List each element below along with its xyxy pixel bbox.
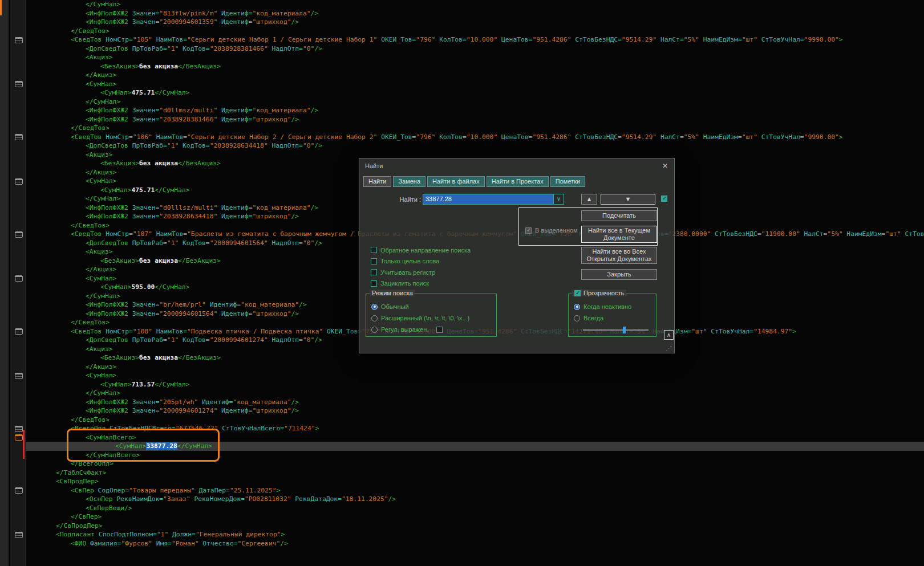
radio-label: Обычный (381, 303, 409, 310)
code-line[interactable]: <Подписант СпосПодтПолном="1" Должн="Ген… (26, 530, 924, 539)
margin-marker-icon[interactable] (15, 532, 23, 538)
margin-marker-icon[interactable] (15, 275, 23, 282)
search-input[interactable]: 33877.28 (423, 194, 553, 204)
checkbox-option[interactable]: Учитывать регистр (371, 267, 471, 278)
close-button[interactable]: Закрыть (581, 269, 657, 280)
in-selection-option[interactable]: В выделенном (525, 227, 578, 234)
radio-button[interactable] (371, 327, 378, 333)
code-line[interactable]: <БезАкциз>без акциза</БезАкциз> (26, 62, 924, 71)
code-token: "711424" (284, 425, 315, 432)
code-line[interactable]: </СвПер> (26, 512, 924, 522)
code-line[interactable]: <Акциз> (26, 53, 924, 62)
radio-button[interactable] (574, 315, 580, 321)
checkbox[interactable] (371, 280, 377, 287)
top-right-checkbox[interactable] (661, 196, 667, 202)
dialog-tab[interactable]: Найти (363, 176, 391, 187)
transparency-slider[interactable] (583, 327, 649, 333)
code-token: КодТов= (179, 239, 209, 247)
code-line[interactable]: </СведТов> (26, 124, 924, 133)
checkbox-option[interactable]: Зациклить поиск (371, 278, 471, 290)
code-line[interactable]: <СумНал> (26, 371, 924, 380)
radio-button[interactable] (371, 315, 378, 321)
code-line[interactable]: <ИнфПолФХЖ2 Значен="d0llmsz/multi" Идент… (26, 106, 924, 115)
margin-marker-icon[interactable] (15, 231, 23, 238)
code-line[interactable]: </Акциз> (26, 363, 924, 372)
code-token: ЦенаТов= (497, 133, 532, 141)
margin-marker-icon[interactable] (15, 487, 23, 494)
find-all-current-button[interactable]: Найти все в Текущем Документе (581, 226, 657, 243)
margin-marker-icon[interactable] (15, 328, 23, 335)
code-line[interactable]: </СведТов> (26, 416, 924, 425)
code-line[interactable]: <СумНал>713.57</СумНал> (26, 380, 924, 389)
code-line[interactable]: <ИнфПолФХЖ2 Значен="813flw/pink/m" Идент… (26, 9, 924, 18)
radio-option[interactable]: Обычный (371, 301, 469, 312)
find-prev-button[interactable]: ▲ (581, 194, 597, 205)
code-line[interactable]: <ИнфПолФХЖ2 Значен="205pt/wh" Идентиф="к… (26, 398, 924, 407)
radio-option[interactable]: Расширенный (\n, \r, \t, \0, \x...) (371, 312, 469, 324)
dot-matches-newline-checkbox[interactable] (436, 327, 443, 333)
bookmark-margin[interactable] (10, 0, 26, 566)
radio-button[interactable] (574, 304, 580, 310)
margin-marker-icon[interactable] (15, 134, 23, 140)
code-line[interactable]: </СумНал> (26, 0, 924, 9)
in-selection-checkbox[interactable] (525, 227, 532, 234)
count-button[interactable]: Подсчитать (581, 210, 657, 221)
find-next-button[interactable]: ▼ (601, 194, 655, 205)
margin-marker-icon[interactable] (15, 434, 23, 441)
checkbox-option[interactable]: Обратное направление поиска (371, 245, 471, 256)
code-line[interactable]: </СвПродПер> (26, 522, 924, 531)
code-line[interactable]: </СведТов> (26, 27, 924, 36)
radio-label: Всегда (583, 315, 603, 321)
radio-option[interactable]: Всегда (574, 312, 631, 324)
search-combobox[interactable]: 33877.28 ∨ (423, 194, 564, 205)
code-line[interactable]: <БезАкциз>без акциза</БезАкциз> (26, 353, 924, 363)
code-line[interactable]: </СумНал> (26, 97, 924, 107)
code-line[interactable]: <СведТов НомСтр="105" НаимТов="Серьги де… (26, 35, 924, 44)
radio-button[interactable] (371, 304, 378, 310)
code-token: "2000994601274" (210, 336, 268, 344)
checkbox-option[interactable]: Только целые слова (371, 256, 471, 267)
dialog-tab[interactable]: Найти в файлах (427, 176, 485, 187)
code-line[interactable]: <СумНал>475.71</СумНал> (26, 88, 924, 97)
find-all-open-button[interactable]: Найти все во Всех Открытых Документах (581, 247, 657, 264)
code-line[interactable]: <ИнфПолФХЖ2 Значен="2000994601274" Идент… (26, 406, 924, 416)
combo-dropdown-button[interactable]: ∨ (553, 194, 564, 204)
radio-option[interactable]: Регул. выражен. (371, 324, 469, 335)
margin-marker-icon[interactable] (15, 426, 23, 432)
code-line[interactable]: <ФИО Фамилия="Фурсов" Имя="Роман" Отчест… (26, 539, 924, 548)
margin-marker-icon[interactable] (15, 81, 23, 87)
close-icon[interactable]: ✕ (660, 161, 670, 170)
checkbox[interactable] (371, 269, 377, 275)
code-line[interactable]: <ИнфПолФХЖ2 Значен="2038928381466" Идент… (26, 115, 924, 124)
code-token: <ИнфПолФХЖ2 (86, 310, 132, 317)
checkbox[interactable] (371, 247, 377, 253)
dialog-tab[interactable]: Найти в Проектах (487, 176, 549, 187)
code-token: </БезАкциз> (178, 63, 221, 70)
resize-grip[interactable]: ⋰ (666, 345, 672, 352)
code-token: "Роман" (172, 540, 199, 547)
code-token: </БезАкциз> (178, 354, 221, 361)
radio-option[interactable]: Когда неактивно (574, 301, 631, 312)
slider-handle[interactable] (623, 327, 626, 333)
margin-marker-icon[interactable] (15, 178, 23, 185)
margin-marker-icon[interactable] (15, 37, 23, 43)
code-line[interactable]: <СвПер СодОпер="Товары переданы" ДатаПер… (26, 486, 924, 495)
anchor-button[interactable]: ∧ (664, 330, 674, 340)
code-line[interactable]: </ТаблСчФакт> (26, 469, 924, 478)
checkbox[interactable] (371, 258, 377, 264)
code-line[interactable]: <ДопСведТов ПрТовРаб="1" КодТов="2038928… (26, 44, 924, 54)
code-line[interactable]: </Акциз> (26, 71, 924, 80)
code-line[interactable]: </СумНал> (26, 389, 924, 398)
transparency-checkbox[interactable] (574, 290, 581, 296)
dialog-tab[interactable]: Пометки (550, 176, 585, 187)
dialog-tab[interactable]: Замена (393, 176, 425, 187)
transparency-group: Прозрачность Когда неактивноВсегда (568, 294, 656, 337)
margin-marker-icon[interactable] (15, 373, 23, 379)
code-line[interactable]: <СведТов НомСтр="106" НаимТов="Серьги де… (26, 133, 924, 142)
code-line[interactable]: <СвПродПер> (26, 477, 924, 486)
code-line[interactable]: <ИнфПолФХЖ2 Значен="2000994601359" Идент… (26, 18, 924, 27)
code-line[interactable]: <СумНал> (26, 80, 924, 89)
code-line[interactable]: <ДопСведТов ПрТовРаб="1" КодТов="2038928… (26, 141, 924, 150)
code-line[interactable]: <СвПерВещи/> (26, 504, 924, 513)
code-line[interactable]: <ОснПер РеквНаимДок="Заказ" РеквНомерДок… (26, 495, 924, 504)
